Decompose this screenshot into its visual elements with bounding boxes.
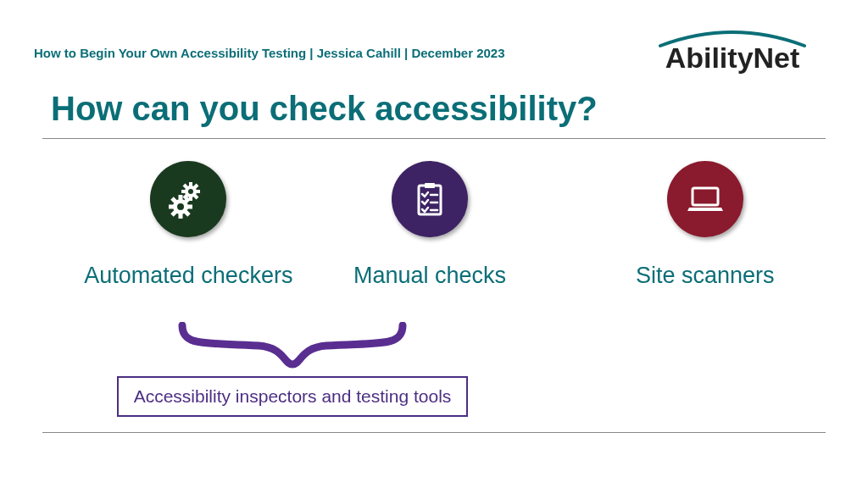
method-automated: Automated checkers — [68, 161, 309, 289]
method-label: Manual checks — [353, 263, 506, 289]
grouping-brace: Accessibility inspectors and testing too… — [106, 322, 479, 417]
methods-row: Automated checkers Manual checks — [0, 139, 868, 289]
bottom-divider — [42, 432, 826, 433]
svg-rect-14 — [425, 183, 435, 188]
method-manual: Manual checks — [309, 161, 551, 289]
svg-text:AbilityNet: AbilityNet — [665, 42, 800, 74]
method-scanners: Site scanners — [584, 161, 826, 289]
laptop-icon — [667, 161, 743, 237]
abilitynet-logo: AbilityNet — [639, 25, 826, 76]
grouping-label-box: Accessibility inspectors and testing too… — [117, 376, 469, 417]
svg-point-12 — [177, 203, 184, 210]
checklist-icon — [392, 161, 468, 237]
svg-point-6 — [188, 189, 193, 194]
breadcrumb: How to Begin Your Own Accessibility Test… — [34, 46, 505, 60]
method-label: Automated checkers — [84, 263, 292, 289]
svg-rect-18 — [693, 188, 718, 205]
page-title: How can you check accessibility? — [0, 76, 868, 138]
method-label: Site scanners — [636, 263, 775, 289]
gears-icon — [150, 161, 226, 237]
